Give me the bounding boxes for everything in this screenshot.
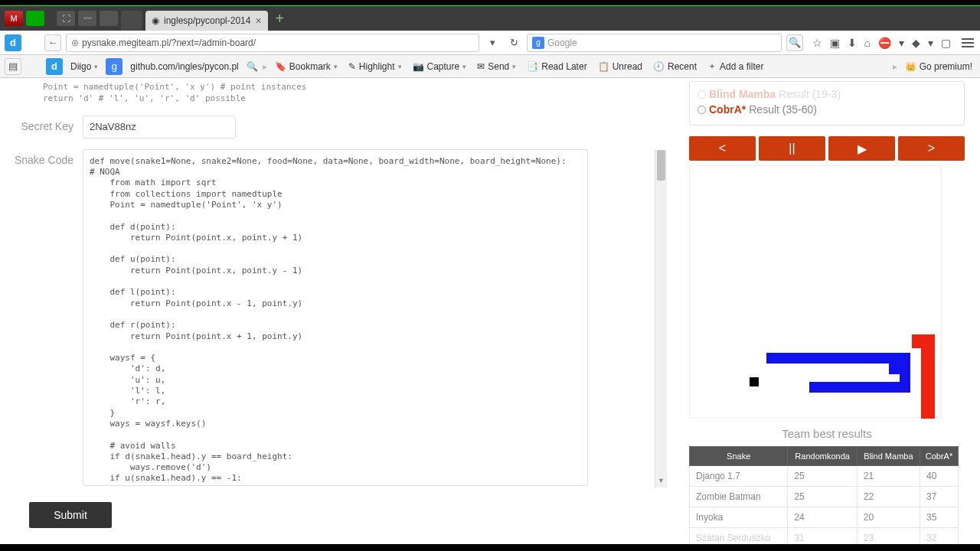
window-tab-bar: M ⛶ 〰 ◉ inglesp/pyconpl-2014 × + <box>0 6 980 31</box>
col-cobra: CobrA* <box>920 447 959 466</box>
radio-icon[interactable] <box>697 90 706 99</box>
diigo-combo[interactable]: github.com/ingles/pycon.pl <box>127 58 241 75</box>
reload-button[interactable]: ↻ <box>505 37 522 48</box>
browser-tab-inactive[interactable] <box>121 11 142 31</box>
diigo-icon[interactable]: d <box>5 34 21 51</box>
launcher-icon[interactable]: ⛶ <box>57 11 75 26</box>
next-button[interactable]: > <box>898 136 965 161</box>
launcher-icon[interactable]: 〰 <box>78 11 96 26</box>
results-panel: Blind Mamba Result (19-3) CobrA* Result … <box>689 81 965 126</box>
pause-button[interactable]: || <box>759 136 825 161</box>
menu-button[interactable] <box>960 37 975 49</box>
launcher-icon[interactable] <box>100 11 118 26</box>
send-button[interactable]: ✉Send <box>474 58 519 75</box>
google-icon: g <box>106 58 122 75</box>
readlater-button[interactable]: 📑Read Later <box>524 58 590 75</box>
url-text: pysnake.megiteam.pl/?next=/admin-board/ <box>82 37 256 48</box>
hint-text: return 'd' # 'l', 'u', 'r', 'd' possible <box>8 93 666 104</box>
scroll-thumb[interactable] <box>657 150 665 181</box>
result-option[interactable]: CobrA* Result (35-60) <box>697 102 956 117</box>
bookmark-button[interactable]: 🔖Bookmark <box>272 58 341 75</box>
secret-key-input[interactable]: 2NaV88nz <box>83 116 236 139</box>
table-row: Inyoka242035 <box>690 507 959 528</box>
submit-button[interactable]: Submit <box>29 502 112 528</box>
hint-text: Point = namedtuple('Point', 'x y') # poi… <box>8 81 666 93</box>
diigo-logo-icon: d <box>46 58 63 75</box>
scrollbar[interactable]: ▲ ▼ <box>655 150 667 487</box>
diigo-toolbar: ▤ d Diigo g github.com/ingles/pycon.pl 🔍… <box>0 55 980 78</box>
home-icon[interactable]: ⌂ <box>864 37 871 49</box>
close-tab-icon[interactable]: × <box>255 15 261 27</box>
table-row: Django 1.7252140 <box>690 466 959 487</box>
panel-icon[interactable]: ▤ <box>5 58 21 75</box>
url-bar: d ← ⊕ pysnake.megiteam.pl/?next=/admin-b… <box>0 31 980 55</box>
download-icon[interactable]: ⬇ <box>848 37 857 49</box>
results-table: Snake Randomkonda Blind Mamba CobrA* Dja… <box>689 446 959 549</box>
snake-code-label: Snake Code <box>8 149 74 166</box>
result-option[interactable]: Blind Mamba Result (19-3) <box>697 86 956 102</box>
addfilter-button[interactable]: ＋Add a filter <box>704 58 766 75</box>
tab-title: inglesp/pyconpl-2014 <box>164 15 250 26</box>
secret-key-label: Secret Key <box>8 116 74 132</box>
google-icon: g <box>532 37 544 49</box>
browser-tab-active[interactable]: ◉ inglesp/pyconpl-2014 × <box>145 11 268 31</box>
team-best-results-title: Team best results <box>689 427 965 440</box>
premium-button[interactable]: 👑Go premium! <box>902 58 975 75</box>
star-icon[interactable]: ☆ <box>812 37 822 49</box>
address-input[interactable]: ⊕ pysnake.megiteam.pl/?next=/admin-board… <box>66 34 479 52</box>
capture-button[interactable]: 📷Capture <box>410 58 470 75</box>
adblock-icon[interactable]: ⛔ <box>878 37 891 49</box>
col-snake: Snake <box>690 447 788 466</box>
search-input[interactable]: g Google <box>527 34 782 52</box>
prev-button[interactable]: < <box>689 136 756 161</box>
new-tab-button[interactable]: + <box>271 10 289 28</box>
ext-icon[interactable]: ▢ <box>941 37 951 49</box>
ext-icon[interactable]: ▾ <box>928 37 933 49</box>
col-blindmamba: Blind Mamba <box>857 447 920 466</box>
table-row: Zombie Batman252237 <box>690 487 959 507</box>
diigo-menu[interactable]: Diigo <box>67 58 101 75</box>
ext-icon[interactable]: ◆ <box>912 37 920 49</box>
back-button[interactable]: ← <box>44 34 61 51</box>
search-placeholder: Google <box>547 37 577 48</box>
playback-controls: < || ▶ > <box>689 136 965 161</box>
highlight-button[interactable]: ✎Highlight <box>345 58 405 75</box>
game-board <box>689 165 942 418</box>
favicon-icon: ◉ <box>152 15 159 26</box>
table-header-row: Snake Randomkonda Blind Mamba CobrA* <box>690 447 959 466</box>
launcher-icon-mail[interactable]: M <box>5 11 23 26</box>
globe-icon: ⊕ <box>71 37 79 48</box>
ext-icon[interactable]: ▾ <box>899 37 904 49</box>
unread-button[interactable]: 📋Unread <box>595 58 645 75</box>
reload-button[interactable]: ▾ <box>484 37 501 48</box>
search-small-icon[interactable]: 🔍 <box>247 61 258 72</box>
search-icon[interactable]: 🔍 <box>786 34 803 51</box>
snake-code-textarea[interactable] <box>83 149 588 486</box>
launcher-icon[interactable] <box>26 11 44 26</box>
play-button[interactable]: ▶ <box>828 136 895 161</box>
col-randomkonda: Randomkonda <box>788 447 857 466</box>
recent-button[interactable]: 🕘Recent <box>650 58 700 75</box>
radio-icon[interactable] <box>697 106 706 114</box>
scroll-down-icon[interactable]: ▼ <box>655 477 667 487</box>
clipboard-icon[interactable]: ▣ <box>830 37 840 49</box>
